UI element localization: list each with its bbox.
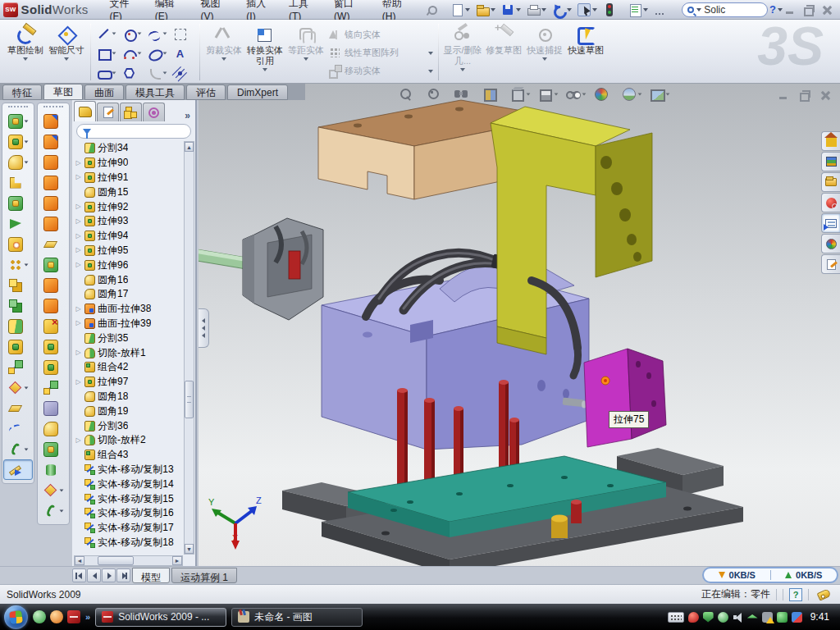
restore-button[interactable] [802, 4, 815, 16]
tree-filter-bar[interactable] [76, 124, 191, 139]
scroll-right-icon[interactable]: ► [172, 556, 182, 565]
move-copy-body-button[interactable] [3, 357, 33, 377]
propertymanager-tab[interactable] [97, 103, 119, 121]
delete-hole-button[interactable] [39, 480, 68, 500]
rib-button[interactable] [3, 172, 33, 193]
tree-item[interactable]: ▷ 曲面-拉伸38 [74, 302, 183, 317]
tree-item[interactable]: ▷ 拉伸95 [74, 244, 183, 258]
menu-item[interactable]: 窗口(W) [334, 0, 366, 22]
model-canvas[interactable] [199, 84, 840, 566]
view-orientation-icon[interactable] [510, 87, 531, 101]
surface-spline-button[interactable] [39, 500, 68, 521]
help-button[interactable]: ? [768, 2, 784, 18]
safely-remove-icon[interactable] [747, 614, 758, 621]
expand-arrow-icon[interactable]: ▷ [75, 305, 82, 313]
file-explorer-tab[interactable] [821, 172, 840, 192]
tree-item[interactable]: ▷ 拉伸92 [74, 199, 183, 214]
command-tab[interactable]: DimXpert [227, 84, 288, 100]
menu-item[interactable]: 插入(I) [246, 0, 272, 22]
display-delete-relations-button[interactable]: 显示/删除几... [442, 22, 483, 82]
appearances-scenes-tab[interactable] [821, 234, 840, 253]
tree-item[interactable]: ▷ 实体-移动/复制16 [74, 506, 183, 521]
sketch-picture-button[interactable] [174, 28, 193, 40]
updater-icon[interactable] [718, 612, 728, 623]
polygon-tool-button[interactable] [123, 67, 142, 80]
dimxpertmanager-tab[interactable] [143, 103, 165, 121]
search-box[interactable] [682, 2, 768, 17]
extruded-boss-button[interactable] [3, 111, 33, 131]
model-tab[interactable]: 模型 [132, 568, 170, 583]
circle-tool-button[interactable] [123, 28, 142, 40]
revolved-surface-button[interactable] [39, 131, 68, 152]
tree-item[interactable]: ▷ 拉伸97 [74, 375, 183, 390]
shell-button[interactable] [3, 193, 33, 213]
expand-arrow-icon[interactable]: ▷ [75, 349, 82, 357]
offset-entities-button[interactable]: 等距实体 [285, 22, 326, 82]
display-style-icon[interactable] [538, 87, 559, 101]
tree-item[interactable]: ▷ 实体-移动/复制18 [74, 536, 183, 550]
network-warning-icon[interactable] [762, 612, 773, 623]
scroll-up-icon[interactable]: ▲ [185, 142, 194, 152]
delete-face-button[interactable] [39, 316, 68, 336]
expand-arrow-icon[interactable]: ▷ [75, 319, 82, 327]
rapid-sketch-button[interactable]: 快速草图 [565, 22, 606, 82]
tree-item[interactable]: ▷ 圆角15 [74, 185, 183, 199]
custom-properties-tab[interactable] [821, 254, 840, 274]
boundary-surface-button[interactable] [39, 193, 68, 213]
dropdown-caret-icon[interactable] [491, 8, 495, 11]
swept-surface-button[interactable] [39, 152, 68, 172]
mid-surface-button[interactable] [39, 459, 68, 480]
command-tab[interactable]: 特征 [2, 84, 42, 100]
zoom-fit-icon[interactable] [399, 87, 419, 101]
tree-item[interactable]: ▷ 圆角17 [74, 287, 183, 302]
tree-item[interactable]: ▷ 实体-移动/复制13 [74, 463, 183, 477]
protection-icon[interactable] [777, 612, 788, 623]
menu-item[interactable]: 文件(F) [110, 0, 139, 22]
tree-item[interactable]: ▷ 分割35 [74, 331, 183, 345]
freeform-button[interactable] [39, 254, 68, 275]
dropdown-caret-icon[interactable] [567, 8, 572, 11]
design-library-tab[interactable] [821, 152, 840, 171]
tree-item[interactable]: ▷ 拉伸93 [74, 214, 183, 229]
pattern-button[interactable] [3, 254, 33, 275]
scroll-down-icon[interactable]: ▼ [185, 544, 194, 554]
split-button[interactable] [3, 316, 33, 336]
messenger-icon[interactable] [33, 610, 46, 623]
untrim-surface-button[interactable] [39, 377, 68, 398]
minimize-button[interactable] [784, 4, 797, 16]
fillet-surface-button[interactable] [39, 439, 68, 459]
volume-icon[interactable] [733, 612, 743, 623]
network-speed-widget[interactable]: 0KB/S 0KB/S [702, 567, 838, 583]
zoom-area-icon[interactable] [427, 87, 447, 101]
line-tool-button[interactable] [98, 28, 116, 40]
panel-overflow-chevron[interactable]: » [181, 110, 194, 121]
menu-item[interactable]: 工具(T) [289, 0, 317, 22]
tree-item[interactable]: ▷ 分割36 [74, 418, 183, 433]
quick-snaps-button[interactable]: 快速捕捉 [524, 22, 565, 82]
planar-surface-button[interactable] [39, 234, 68, 254]
featuremanager-tab[interactable] [74, 101, 96, 121]
part-bushing[interactable] [551, 515, 568, 539]
configurationmanager-tab[interactable] [120, 103, 142, 121]
part-locating-pin[interactable] [571, 500, 582, 523]
tree-item[interactable]: ▷ 圆角18 [74, 390, 183, 404]
tree-item[interactable]: ▷ 切除-放样2 [74, 433, 183, 448]
slot-tool-button[interactable] [98, 67, 116, 80]
command-tab[interactable]: 草图 [43, 84, 83, 100]
view-settings-icon[interactable] [650, 87, 670, 101]
tree-item[interactable]: ▷ 拉伸91 [74, 171, 183, 185]
expand-arrow-icon[interactable]: ▷ [75, 173, 82, 181]
point-tool-button[interactable] [174, 67, 193, 80]
design-checker-icon[interactable] [601, 2, 624, 18]
new-document-button[interactable] [449, 2, 472, 18]
text-tool-button[interactable]: A [174, 48, 193, 60]
combine-button[interactable] [3, 336, 33, 357]
menu-item[interactable]: 视图(V) [201, 0, 231, 22]
linear-pattern-button[interactable] [3, 295, 33, 316]
replace-face-button[interactable] [39, 336, 68, 357]
command-tab[interactable]: 曲面 [84, 84, 124, 100]
rectangle-tool-button[interactable] [98, 48, 116, 60]
expand-arrow-icon[interactable]: ▷ [75, 436, 82, 445]
quick-tips-button[interactable]: ? [789, 588, 802, 601]
tree-item[interactable]: ▷ 拉伸94 [74, 229, 183, 244]
